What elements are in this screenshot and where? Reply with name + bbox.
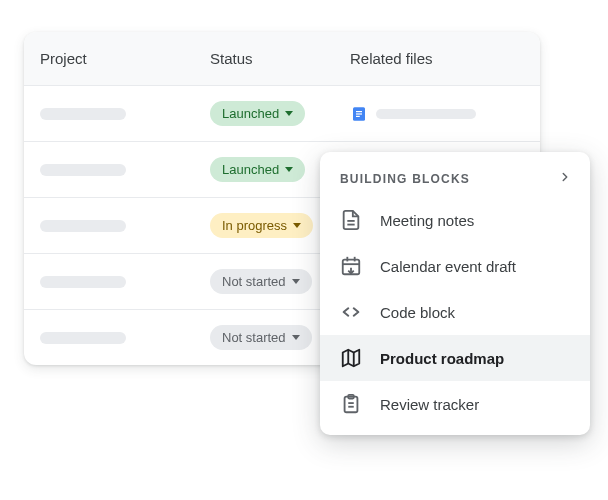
code-icon [340, 301, 362, 323]
svg-marker-10 [343, 350, 360, 367]
project-name-placeholder [40, 108, 126, 120]
chevron-down-icon [293, 223, 301, 228]
menu-item-meeting-notes[interactable]: Meeting notes [320, 197, 590, 243]
status-label: In progress [222, 218, 287, 233]
file-name-placeholder [376, 109, 476, 119]
status-chip[interactable]: Launched [210, 101, 305, 126]
menu-header[interactable]: BUILDING BLOCKS [320, 162, 590, 197]
cell-status: Not started [194, 269, 334, 294]
svg-rect-1 [356, 111, 362, 112]
status-label: Launched [222, 106, 279, 121]
chevron-down-icon [292, 279, 300, 284]
doc-icon[interactable] [350, 105, 368, 123]
status-chip[interactable]: In progress [210, 213, 313, 238]
table-header-row: Project Status Related files [24, 32, 540, 85]
svg-rect-3 [356, 115, 360, 116]
cell-status: Not started [194, 325, 334, 350]
menu-item-review-tracker[interactable]: Review tracker [320, 381, 590, 427]
table-row: Launched [24, 85, 540, 141]
cell-project [24, 332, 194, 344]
calendar-icon [340, 255, 362, 277]
menu-title: BUILDING BLOCKS [340, 172, 470, 186]
project-name-placeholder [40, 164, 126, 176]
chevron-right-icon [558, 170, 572, 187]
menu-item-label: Calendar event draft [380, 258, 516, 275]
menu-item-product-roadmap[interactable]: Product roadmap [320, 335, 590, 381]
status-chip[interactable]: Not started [210, 269, 312, 294]
menu-item-label: Review tracker [380, 396, 479, 413]
status-chip[interactable]: Launched [210, 157, 305, 182]
cell-status: In progress [194, 213, 334, 238]
header-files: Related files [334, 32, 540, 85]
menu-item-code-block[interactable]: Code block [320, 289, 590, 335]
cell-project [24, 164, 194, 176]
status-label: Not started [222, 274, 286, 289]
building-blocks-menu: BUILDING BLOCKS Meeting notesCalendar ev… [320, 152, 590, 435]
cell-project [24, 220, 194, 232]
header-status: Status [194, 32, 334, 85]
status-label: Launched [222, 162, 279, 177]
cell-status: Launched [194, 101, 334, 126]
review-icon [340, 393, 362, 415]
project-name-placeholder [40, 276, 126, 288]
cell-project [24, 276, 194, 288]
roadmap-icon [340, 347, 362, 369]
chevron-down-icon [292, 335, 300, 340]
menu-item-label: Product roadmap [380, 350, 504, 367]
svg-rect-2 [356, 113, 362, 114]
project-name-placeholder [40, 332, 126, 344]
header-project: Project [24, 32, 194, 85]
notes-icon [340, 209, 362, 231]
menu-item-calendar-event-draft[interactable]: Calendar event draft [320, 243, 590, 289]
menu-item-label: Code block [380, 304, 455, 321]
menu-item-label: Meeting notes [380, 212, 474, 229]
cell-related-files [334, 105, 540, 123]
cell-project [24, 108, 194, 120]
chevron-down-icon [285, 167, 293, 172]
status-chip[interactable]: Not started [210, 325, 312, 350]
chevron-down-icon [285, 111, 293, 116]
project-name-placeholder [40, 220, 126, 232]
cell-status: Launched [194, 157, 334, 182]
status-label: Not started [222, 330, 286, 345]
